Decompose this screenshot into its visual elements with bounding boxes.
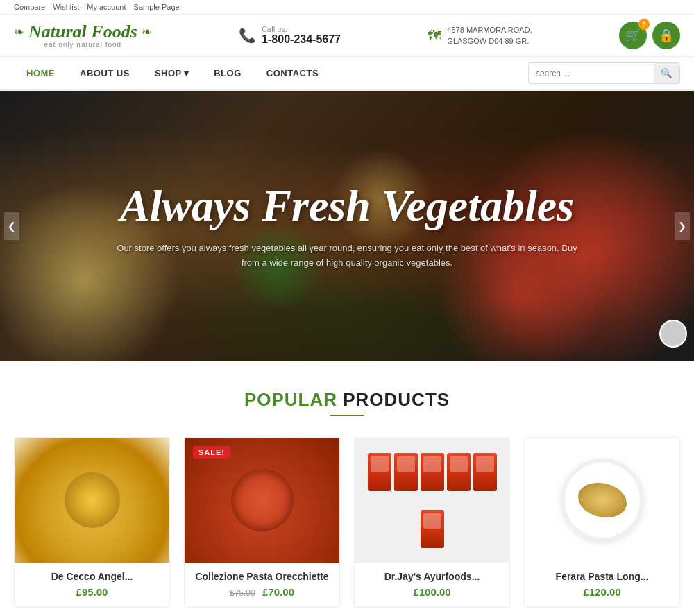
site-header: ❧ Natural Foods ❧ eat only natural food … <box>0 15 694 57</box>
chevron-down-icon: ▾ <box>184 68 189 78</box>
product-card-3[interactable]: Dr.Jay's Ayurfoods... £100.00 <box>354 437 510 608</box>
nav-shop[interactable]: SHOP ▾ <box>142 57 201 89</box>
product-image-3 <box>355 438 509 563</box>
product-name-1: De Cecco Angel... <box>23 571 161 582</box>
sale-badge: SALE! <box>193 446 230 459</box>
product-image-2: SALE! <box>185 438 339 563</box>
phone-number: 1-800-234-5677 <box>262 33 341 46</box>
cart-badge: 0 <box>638 19 650 30</box>
ferara-plate <box>561 459 644 542</box>
section-title-dark: PRODUCTS <box>337 389 450 410</box>
products-grid: De Cecco Angel... £95.00 SALE! Collezion… <box>14 437 680 608</box>
hero-content: Always Fresh Vegetables Our store offers… <box>83 182 611 271</box>
nav-contacts[interactable]: CONTACTS <box>254 57 331 89</box>
product-price-2: £75.00 £70.00 <box>193 586 331 599</box>
section-divider <box>330 415 364 416</box>
header-action-icons: 🛒 0 🔒 <box>619 22 680 49</box>
logo-tagline: eat only natural food <box>44 41 122 49</box>
ayur-pkg-5 <box>473 453 497 491</box>
product-card-1[interactable]: De Cecco Angel... £95.00 <box>14 437 170 608</box>
address-line1: 4578 MARMORA ROAD, <box>447 24 532 36</box>
product-price-sale-2: £70.00 <box>262 586 294 598</box>
product-info-3: Dr.Jay's Ayurfoods... £100.00 <box>355 563 509 606</box>
product-name-2: Collezione Pasta Orecchiette <box>193 571 331 582</box>
product-image-1 <box>15 438 169 563</box>
search-input[interactable] <box>529 65 654 83</box>
products-section: POPULAR PRODUCTS De Cecco Angel... £95.0… <box>0 361 694 616</box>
hero-banner: ❮ Always Fresh Vegetables Our store offe… <box>0 91 694 361</box>
ayur-pkg-3 <box>421 453 444 491</box>
map-icon: 🗺 <box>428 28 441 44</box>
compare-link[interactable]: Compare <box>14 3 45 11</box>
call-label: Call us: <box>262 25 341 33</box>
search-button[interactable]: 🔍 <box>654 63 679 83</box>
product-card-4[interactable]: Ferara Pasta Long... £120.00 <box>524 437 680 608</box>
section-title: POPULAR PRODUCTS <box>14 389 680 411</box>
ayur-pkg-1 <box>368 453 391 491</box>
address-line2: GLASGOW D04 89 GR. <box>447 35 532 47</box>
logo-leaf-right-icon: ❧ <box>142 24 152 40</box>
myaccount-link[interactable]: My account <box>87 3 126 11</box>
product-price-old-2: £75.00 <box>230 588 255 598</box>
product-price-3: £100.00 <box>363 586 501 598</box>
top-bar-links[interactable]: Compare Wishlist My account Sample Page <box>14 3 185 11</box>
hero-prev-button[interactable]: ❮ <box>4 212 19 240</box>
ayur-pkg-4 <box>447 453 471 491</box>
product-image-4 <box>525 438 679 563</box>
product-info-1: De Cecco Angel... £95.00 <box>15 563 169 606</box>
product-info-4: Ferara Pasta Long... £120.00 <box>525 563 679 606</box>
product-price-4: £120.00 <box>533 586 671 598</box>
ayur-pkg-2 <box>394 453 418 491</box>
nav-links: HOME ABOUT US SHOP ▾ BLOG CONTACTS <box>14 57 528 89</box>
product-price-1: £95.00 <box>23 586 161 598</box>
nav-search: 🔍 <box>528 62 680 84</box>
header-phone: 📞 Call us: 1-800-234-5677 <box>239 25 341 46</box>
hero-avatar <box>659 320 687 348</box>
product-img-ayurfoods <box>355 438 509 563</box>
product-img-pasta-angel <box>15 438 169 563</box>
product-card-2[interactable]: SALE! Collezione Pasta Orecchiette £75.0… <box>184 437 340 608</box>
top-bar: Compare Wishlist My account Sample Page <box>0 0 694 15</box>
nav-home[interactable]: HOME <box>14 57 67 89</box>
product-name-4: Ferara Pasta Long... <box>533 571 671 582</box>
product-info-2: Collezione Pasta Orecchiette £75.00 £70.… <box>185 563 339 607</box>
hero-title: Always Fresh Vegetables <box>111 182 583 230</box>
product-img-ferara <box>525 438 679 563</box>
hero-next-button[interactable]: ❯ <box>675 212 690 240</box>
nav-blog[interactable]: BLOG <box>201 57 254 89</box>
hero-description: Our store offers you always fresh vegeta… <box>111 241 583 271</box>
sample-page-link[interactable]: Sample Page <box>134 3 180 11</box>
logo-name: Natural Foods <box>28 23 137 41</box>
product-name-3: Dr.Jay's Ayurfoods... <box>363 571 501 582</box>
account-button[interactable]: 🔒 <box>652 22 680 49</box>
phone-icon: 📞 <box>239 27 256 44</box>
search-box: 🔍 <box>528 62 680 84</box>
main-nav: HOME ABOUT US SHOP ▾ BLOG CONTACTS 🔍 <box>0 57 694 91</box>
logo-leaf-left-icon: ❧ <box>14 24 24 40</box>
ayur-pkg-6 <box>421 510 444 548</box>
nav-about-us[interactable]: ABOUT US <box>67 57 142 89</box>
wishlist-link[interactable]: Wishlist <box>53 3 79 11</box>
cart-button[interactable]: 🛒 0 <box>619 22 647 49</box>
logo[interactable]: ❧ Natural Foods ❧ eat only natural food <box>14 23 152 49</box>
header-address: 🗺 4578 MARMORA ROAD, GLASGOW D04 89 GR. <box>428 24 532 47</box>
ferara-pasta <box>578 483 627 517</box>
section-title-green: POPULAR <box>244 389 337 410</box>
